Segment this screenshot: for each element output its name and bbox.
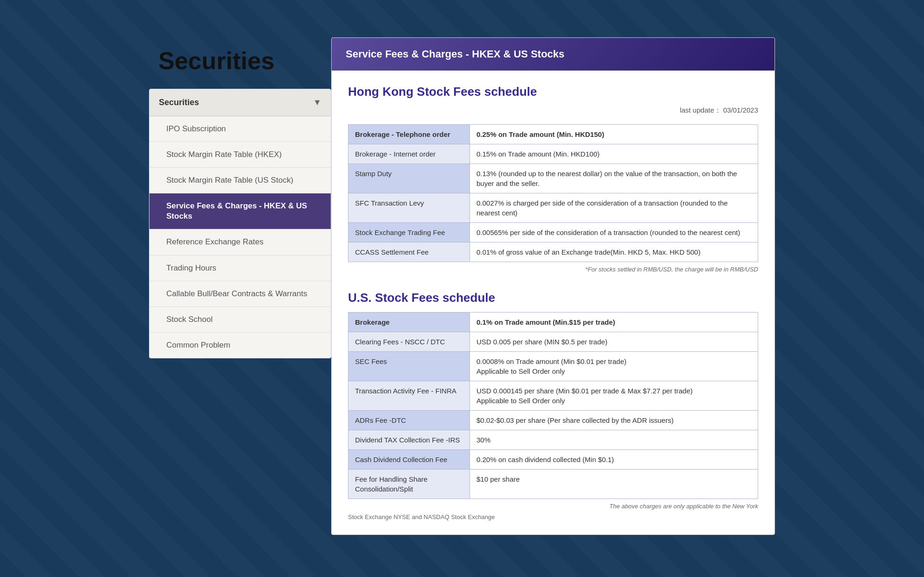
last-update-date: 03/01/2023 xyxy=(723,106,758,114)
hk-row-6-label: CCASS Settlement Fee xyxy=(348,242,470,262)
sidebar-item-margin-us[interactable]: Stock Margin Rate Table (US Stock) xyxy=(149,168,331,193)
sidebar-item-margin-hkex[interactable]: Stock Margin Rate Table (HKEX) xyxy=(149,142,331,168)
table-row: CCASS Settlement Fee 0.01% of gross valu… xyxy=(348,242,758,262)
us-row-5-value: $0.02-$0.03 per share (Per share collect… xyxy=(470,411,758,430)
hk-section-title: Hong Kong Stock Fees schedule xyxy=(348,85,758,99)
us-row-8-value: $10 per share xyxy=(470,470,758,499)
sidebar-item-service-fees[interactable]: Service Fees & Charges - HKEX & US Stock… xyxy=(149,193,331,229)
table-row: Brokerage - Internet order 0.15% on Trad… xyxy=(348,144,758,164)
us-row-7-label: Cash Dividend Collection Fee xyxy=(348,450,470,470)
table-row: Stock Exchange Trading Fee 0.00565% per … xyxy=(348,223,758,242)
content-body: Hong Kong Stock Fees schedule last updat… xyxy=(332,71,775,534)
us-row-2-value: USD 0.005 per share (MIN $0.5 per trade) xyxy=(470,332,758,352)
table-row: SFC Transaction Levy 0.0027% is charged … xyxy=(348,193,758,223)
us-row-4-label: Transaction Activity Fee - FINRA xyxy=(348,381,470,411)
hk-footnote: *For stocks settled in RMB/USD, the char… xyxy=(348,266,758,273)
us-row-3-value: 0.0008% on Trade amount (Min $0.01 per t… xyxy=(470,352,758,381)
main-content: Service Fees & Charges - HKEX & US Stock… xyxy=(331,37,775,535)
sidebar-title: Securities xyxy=(149,47,331,89)
sidebar-item-common-problem[interactable]: Common Problem xyxy=(149,333,331,358)
hk-row-4-label: SFC Transaction Levy xyxy=(348,193,470,223)
sidebar-item-ipo[interactable]: IPO Subscription xyxy=(149,116,331,142)
table-row: Transaction Activity Fee - FINRA USD 0.0… xyxy=(348,381,758,411)
table-row: Cash Dividend Collection Fee 0.20% on ca… xyxy=(348,450,758,470)
hk-row-5-label: Stock Exchange Trading Fee xyxy=(348,223,470,242)
us-row-5-label: ADRs Fee -DTC xyxy=(348,411,470,430)
us-row-2-label: Clearing Fees - NSCC / DTC xyxy=(348,332,470,352)
sidebar-section-header[interactable]: Securities ▼ xyxy=(149,89,331,116)
hk-row-1-value: 0.25% on Trade amount (Min. HKD150) xyxy=(470,125,758,144)
last-update-label: last update： xyxy=(680,106,721,114)
us-section-title: U.S. Stock Fees schedule xyxy=(348,291,758,305)
table-row: Stamp Duty 0.13% (rounded up to the near… xyxy=(348,164,758,193)
sidebar-item-reference-rates[interactable]: Reference Exchange Rates xyxy=(149,229,331,255)
us-footnote2: Stock Exchange NYSE and NASDAQ Stock Exc… xyxy=(348,513,758,520)
sidebar: Securities Securities ▼ IPO Subscription… xyxy=(149,37,331,368)
hk-row-2-label: Brokerage - Internet order xyxy=(348,144,470,164)
hk-row-3-value: 0.13% (rounded up to the nearest dollar)… xyxy=(470,164,758,193)
us-row-1-label: Brokerage xyxy=(348,313,470,332)
table-row: Dividend TAX Collection Fee -IRS 30% xyxy=(348,430,758,450)
table-row: Brokerage - Telephone order 0.25% on Tra… xyxy=(348,125,758,144)
hk-row-4-value: 0.0027% is charged per side of the consi… xyxy=(470,193,758,223)
hk-fees-table: Brokerage - Telephone order 0.25% on Tra… xyxy=(348,124,758,262)
chevron-down-icon: ▼ xyxy=(313,98,321,107)
hk-row-6-value: 0.01% of gross value of an Exchange trad… xyxy=(470,242,758,262)
hk-row-2-value: 0.15% on Trade amount (Min. HKD100) xyxy=(470,144,758,164)
us-row-4-value: USD 0.000145 per share (Min $0.01 per tr… xyxy=(470,381,758,411)
table-row: Fee for Handling Share Consolidation/Spl… xyxy=(348,470,758,499)
hk-row-5-value: 0.00565% per side of the consideration o… xyxy=(470,223,758,242)
sidebar-item-callable[interactable]: Callable Bull/Bear Contracts & Warrants xyxy=(149,281,331,307)
us-row-6-value: 30% xyxy=(470,430,758,450)
table-row: ADRs Fee -DTC $0.02-$0.03 per share (Per… xyxy=(348,411,758,430)
sidebar-item-stock-school[interactable]: Stock School xyxy=(149,307,331,333)
table-row: Brokerage 0.1% on Trade amount (Min.$15 … xyxy=(348,313,758,332)
sidebar-item-trading-hours[interactable]: Trading Hours xyxy=(149,256,331,281)
hk-row-1-label: Brokerage - Telephone order xyxy=(348,125,470,144)
us-row-8-label: Fee for Handling Share Consolidation/Spl… xyxy=(348,470,470,499)
us-row-1-value: 0.1% on Trade amount (Min.$15 per trade) xyxy=(470,313,758,332)
sidebar-section-label: Securities xyxy=(159,98,199,107)
us-footnote: The above charges are only applicable to… xyxy=(348,503,758,510)
hk-row-3-label: Stamp Duty xyxy=(348,164,470,193)
table-row: SEC Fees 0.0008% on Trade amount (Min $0… xyxy=(348,352,758,381)
table-row: Clearing Fees - NSCC / DTC USD 0.005 per… xyxy=(348,332,758,352)
sidebar-section: Securities ▼ IPO Subscription Stock Marg… xyxy=(149,89,331,358)
us-row-7-value: 0.20% on cash dividend collected (Min $0… xyxy=(470,450,758,470)
last-update: last update： 03/01/2023 xyxy=(348,106,758,115)
us-fees-table: Brokerage 0.1% on Trade amount (Min.$15 … xyxy=(348,312,758,499)
content-header-title: Service Fees & Charges - HKEX & US Stock… xyxy=(346,48,564,60)
content-header: Service Fees & Charges - HKEX & US Stock… xyxy=(332,38,775,71)
us-row-3-label: SEC Fees xyxy=(348,352,470,381)
us-row-6-label: Dividend TAX Collection Fee -IRS xyxy=(348,430,470,450)
